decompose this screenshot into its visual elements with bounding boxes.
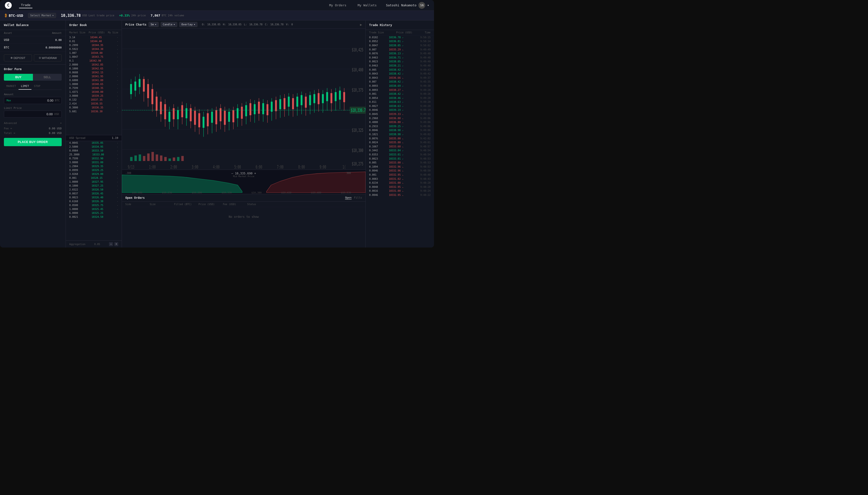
open-orders-open-tab[interactable]: Open — [345, 196, 351, 200]
svg-rect-7 — [130, 84, 132, 94]
th-direction-icon: ↘ — [402, 117, 403, 120]
svg-rect-114 — [156, 154, 158, 161]
stop-order-tab[interactable]: STOP — [31, 83, 43, 90]
trade-history-row: 0.0234 10331.00 ↘ 9:48:28 — [366, 181, 434, 185]
place-order-button[interactable]: PLACE BUY ORDER — [4, 138, 62, 146]
sell-tab[interactable]: SELL — [33, 74, 62, 81]
order-book-sell-row: 2.0000 10342.85 - — [66, 63, 122, 67]
ob-buy-my-size: - — [117, 181, 118, 183]
change-label: 24h price — [131, 14, 146, 17]
svg-rect-39 — [198, 113, 200, 127]
svg-text:8:00: 8:00 — [298, 165, 305, 170]
ob-sell-size: 0.1000 — [69, 67, 78, 70]
th-trade-size: 0.0023 — [369, 157, 381, 160]
ob-buy-size: 3.0268 — [69, 173, 78, 175]
buy-tab[interactable]: BUY — [4, 74, 33, 81]
th-direction-icon: ↗ — [402, 150, 403, 152]
th-trade-size: 0.0048 — [369, 186, 381, 188]
svg-rect-17 — [151, 89, 153, 104]
wallet-asset-header: Asset — [4, 31, 12, 35]
th-time-header: Time — [425, 31, 430, 34]
order-book-buy-rows: 4.0045 10335.05 - 2.5000 10334.95 - 0.09… — [66, 141, 122, 241]
th-trade-time: 9:49:43 — [419, 68, 430, 71]
market-order-tab[interactable]: MARKET — [4, 83, 18, 90]
th-direction-icon: ↗ — [402, 40, 403, 42]
order-book-buy-row: 0.0023 10326.40 - — [66, 195, 122, 200]
order-book-buy-row: 3.0268 10329.00 - — [66, 172, 122, 176]
th-trade-size: 0.001 — [369, 92, 381, 95]
open-orders-title: Open Orders — [125, 196, 145, 200]
th-trade-time: 9:49:06 — [419, 117, 430, 120]
th-direction-icon: ↗ — [402, 65, 403, 67]
svg-rect-119 — [177, 157, 179, 161]
th-trade-price: 10338.21 ↗ — [389, 64, 411, 67]
svg-rect-25 — [168, 112, 170, 122]
th-direction-icon: ↗ — [402, 101, 403, 103]
th-direction-icon: ↘ — [402, 89, 403, 91]
amount-input[interactable] — [13, 99, 53, 102]
volume-label: 24h volume — [168, 14, 184, 17]
advanced-options-toggle[interactable]: Advanced ▾ — [4, 120, 62, 126]
limit-order-tab[interactable]: LIMIT — [18, 83, 31, 90]
deposit-button[interactable]: ⊕ DEPOSIT — [4, 54, 32, 62]
svg-rect-71 — [266, 104, 268, 115]
th-trade-size: 0.1821 — [369, 133, 381, 136]
chart-expand-button[interactable]: ▶ — [360, 23, 362, 27]
svg-rect-120 — [181, 156, 184, 161]
th-trade-price: 10338.63 ↗ — [389, 101, 411, 103]
open-orders-column-headers: Side Size Filled (BTC) Price (USD) Fee (… — [122, 202, 365, 207]
svg-rect-77 — [279, 99, 281, 109]
th-trade-time: 9:48:53 — [419, 157, 430, 160]
trade-tab[interactable]: Trade — [19, 2, 32, 8]
my-orders-button[interactable]: My Orders — [327, 2, 348, 8]
ob-buy-my-size: - — [117, 200, 118, 203]
ob-buy-price: 10329.00 — [92, 173, 103, 175]
order-book-sell-row: 2.0000 10341.95 - — [66, 74, 122, 78]
aggregation-decrease-button[interactable]: − — [109, 242, 113, 246]
max-amount-button[interactable]: Max — [6, 99, 11, 102]
svg-rect-37 — [194, 110, 196, 125]
svg-rect-43 — [207, 113, 209, 126]
overlay-select[interactable]: Overlay ▾ — [179, 22, 197, 27]
th-trade-size: 0.0234 — [369, 182, 381, 184]
order-book-buy-row: 0.0037 10326.45 - — [66, 192, 122, 195]
ob-sell-size: 3.0000 — [69, 95, 78, 97]
th-trade-time: 9:45:35 — [419, 80, 430, 83]
open-orders-fills-tab[interactable]: Fills — [354, 196, 362, 200]
th-trade-size: 0.001 — [369, 173, 381, 176]
withdraw-button[interactable]: ⊙ WITHDRAW — [34, 54, 62, 62]
ob-sell-my-size: - — [117, 59, 118, 62]
wallet-amount-header: Amount — [52, 31, 62, 35]
th-trade-price: 10336.66 ↘ — [389, 76, 411, 79]
svg-rect-69 — [262, 103, 264, 114]
oo-size-header: Size — [150, 203, 169, 206]
ob-buy-price: 10326.45 — [92, 192, 103, 195]
ob-sell-my-size: - — [117, 67, 118, 70]
th-trade-size: 0.0043 — [369, 76, 381, 79]
th-direction-icon: ↗ — [402, 53, 403, 55]
ob-sell-size: 1.0000 — [69, 83, 78, 86]
chart-type-select[interactable]: Candle ▾ — [161, 22, 177, 27]
trade-history-row: 0.0083 10331.02 ↘ 9:48:43 — [366, 177, 434, 181]
ob-sell-my-size: - — [117, 95, 118, 97]
my-wallets-button[interactable]: My Wallets — [356, 2, 379, 8]
timeframe-select[interactable]: 5m ▾ — [148, 22, 159, 27]
amount-input-row: Max BTC — [4, 97, 62, 104]
ohlcv-o-value: 10,338.05 — [207, 23, 220, 26]
depth-left-label: -300 — [125, 172, 131, 174]
limit-price-input[interactable] — [6, 112, 53, 116]
order-book-buy-row: 2.0322 10326.50 - — [66, 188, 122, 192]
svg-text:$10,425: $10,425 — [352, 47, 363, 53]
svg-text:7:00: 7:00 — [277, 165, 283, 170]
ob-sell-size: 2.0000 — [69, 75, 78, 78]
th-direction-icon: ↘ — [402, 178, 403, 180]
user-menu[interactable]: Satoshi Nakamoto SN ▾ — [386, 2, 429, 9]
ob-sell-size: 2.414 — [69, 102, 77, 105]
main-layout: Wallet Balance Asset Amount USD 0.00 BTC… — [0, 20, 434, 248]
aggregation-increase-button[interactable]: + — [114, 242, 118, 246]
select-market-button[interactable]: Select Market ▾ — [28, 13, 56, 18]
th-trade-price: 10332.96 ↘ — [389, 166, 411, 168]
fee-label: Fee = — [4, 127, 12, 130]
wallet-column-headers: Asset Amount — [0, 30, 66, 36]
ob-sell-price: 10340.65 — [92, 83, 103, 86]
